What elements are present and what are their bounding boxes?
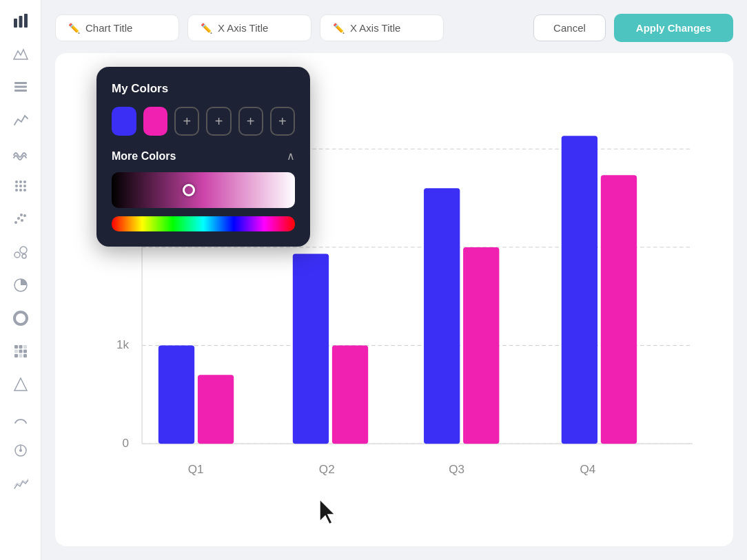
svg-rect-30 <box>23 350 27 353</box>
main-content: ✏️ Chart Title ✏️ X Axis Title ✏️ X Axis… <box>41 0 747 560</box>
bar-q2-pink <box>332 346 368 444</box>
svg-rect-31 <box>14 354 18 357</box>
svg-point-8 <box>23 180 26 183</box>
svg-text:1k: 1k <box>116 338 130 351</box>
sidebar <box>0 0 41 560</box>
x-label-q4: Q4 <box>580 463 595 476</box>
pencil-icon: ✏️ <box>68 23 80 34</box>
color-picker-popup: My Colors + + + + More Colors ∧ <box>96 67 310 247</box>
arc-icon[interactable] <box>11 408 30 427</box>
svg-rect-27 <box>23 345 27 349</box>
bar-q3-blue <box>424 188 460 444</box>
svg-point-9 <box>15 185 18 187</box>
svg-point-17 <box>21 219 23 222</box>
wave-chart-icon[interactable] <box>11 143 30 163</box>
svg-rect-29 <box>19 350 22 353</box>
svg-rect-25 <box>14 345 18 349</box>
more-colors-header: More Colors ∧ <box>112 149 295 163</box>
x-axis-title-input[interactable]: ✏️ X Axis Title <box>187 14 311 41</box>
bar-q1-pink <box>198 375 234 444</box>
swatch-add-4[interactable]: + <box>270 107 295 136</box>
sparkline-icon[interactable] <box>11 474 30 493</box>
bar-q1-blue <box>158 346 194 444</box>
svg-point-20 <box>14 252 20 258</box>
svg-point-6 <box>15 180 18 183</box>
swatch-pink[interactable] <box>143 107 168 136</box>
x-label-q3: Q3 <box>449 463 464 476</box>
svg-rect-0 <box>14 19 17 28</box>
svg-point-13 <box>19 189 22 191</box>
gradient-handle[interactable] <box>183 184 195 196</box>
swatch-add-3[interactable]: + <box>238 107 263 136</box>
swatch-blue[interactable] <box>112 107 136 136</box>
svg-point-18 <box>23 214 26 217</box>
chevron-up-icon[interactable]: ∧ <box>287 149 295 163</box>
y-axis-title-input[interactable]: ✏️ X Axis Title <box>320 14 444 41</box>
svg-rect-32 <box>19 354 22 357</box>
svg-rect-2 <box>24 14 28 28</box>
svg-point-7 <box>19 180 22 183</box>
x-label-q1: Q1 <box>188 463 204 476</box>
list-icon[interactable] <box>11 77 30 96</box>
svg-point-14 <box>23 189 26 191</box>
dot-grid-icon[interactable] <box>11 176 30 196</box>
svg-rect-3 <box>14 82 27 84</box>
svg-rect-5 <box>14 90 27 92</box>
color-swatches: + + + + <box>112 107 295 136</box>
swatch-add-1[interactable]: + <box>174 107 199 136</box>
svg-point-19 <box>20 214 23 216</box>
svg-point-15 <box>14 221 17 224</box>
svg-rect-28 <box>14 350 18 353</box>
svg-point-16 <box>17 217 20 220</box>
scatter-plot-icon[interactable] <box>11 209 30 229</box>
svg-point-12 <box>15 189 18 191</box>
x-axis-title-label: X Axis Title <box>218 22 268 34</box>
toolbar: ✏️ Chart Title ✏️ X Axis Title ✏️ X Axis… <box>55 14 733 42</box>
svg-point-11 <box>23 185 26 187</box>
pyramid-icon[interactable] <box>11 375 30 394</box>
bar-q4-blue <box>562 136 597 444</box>
bar-q2-blue <box>293 253 329 444</box>
bar-q4-pink <box>601 175 637 444</box>
svg-rect-33 <box>23 354 27 357</box>
matrix-icon[interactable] <box>11 342 30 361</box>
mountain-chart-icon[interactable] <box>11 44 30 63</box>
svg-point-24 <box>14 312 27 324</box>
line-chart-icon[interactable] <box>11 110 30 129</box>
bar-q3-pink <box>463 247 499 444</box>
gauge-icon[interactable] <box>11 441 30 460</box>
more-colors-title: More Colors <box>112 150 176 163</box>
pie-chart-icon[interactable] <box>11 276 30 295</box>
pencil-icon-3: ✏️ <box>333 23 345 34</box>
svg-point-10 <box>19 185 22 187</box>
gradient-picker[interactable] <box>112 172 295 208</box>
donut-chart-icon[interactable] <box>11 309 30 328</box>
svg-point-21 <box>20 247 27 253</box>
chart-title-input[interactable]: ✏️ Chart Title <box>55 14 179 41</box>
swatch-add-2[interactable]: + <box>206 107 231 136</box>
bar-chart-icon[interactable] <box>11 11 30 30</box>
svg-point-22 <box>22 254 26 258</box>
svg-rect-1 <box>19 16 22 28</box>
hue-slider[interactable] <box>112 216 295 231</box>
chart-container: My Colors + + + + More Colors ∧ <box>55 53 733 546</box>
y-axis-title-label: X Axis Title <box>350 22 400 34</box>
svg-text:0: 0 <box>123 437 130 450</box>
cancel-button[interactable]: Cancel <box>533 14 606 41</box>
pencil-icon-2: ✏️ <box>201 23 212 34</box>
chart-title-label: Chart Title <box>85 22 132 34</box>
bubble-chart-icon[interactable] <box>11 242 30 262</box>
svg-rect-26 <box>19 345 22 349</box>
svg-marker-34 <box>14 378 27 391</box>
svg-rect-4 <box>14 86 27 88</box>
x-label-q2: Q2 <box>319 463 335 476</box>
color-picker-title: My Colors <box>112 82 295 96</box>
apply-changes-button[interactable]: Apply Changes <box>614 14 733 42</box>
